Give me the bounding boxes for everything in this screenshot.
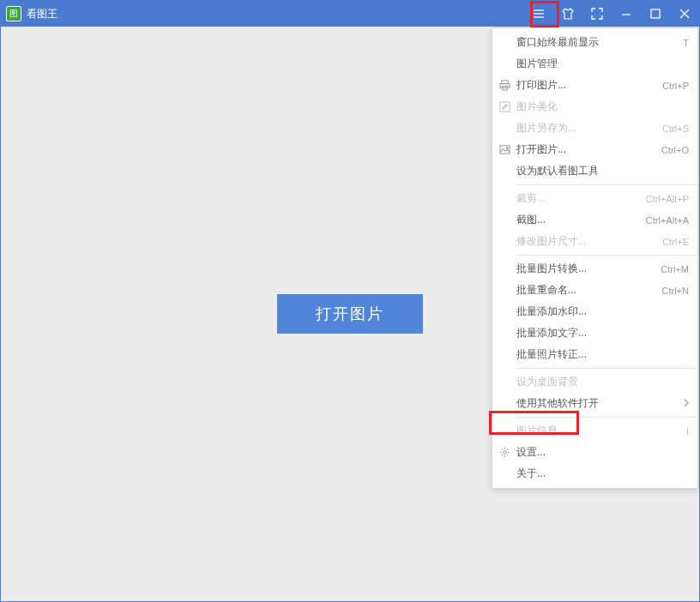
menu-shortcut: Ctrl+Alt+A bbox=[646, 215, 689, 226]
svg-point-13 bbox=[503, 451, 506, 455]
menu-item-open-image[interactable]: 打开图片... Ctrl+O bbox=[492, 139, 697, 160]
menu-item-settings[interactable]: 设置... bbox=[492, 442, 697, 463]
menu-separator bbox=[516, 368, 697, 369]
menu-item-batch-rename[interactable]: 批量重命名... Ctrl+N bbox=[492, 280, 697, 301]
menu-item-screenshot[interactable]: 截图... Ctrl+Alt+A bbox=[492, 209, 697, 231]
edit-icon bbox=[492, 101, 516, 112]
menu-label: 图片美化 bbox=[516, 99, 689, 114]
menu-label: 图片信息... bbox=[516, 424, 686, 438]
menu-item-batch-rotate[interactable]: 批量照片转正... bbox=[492, 344, 697, 365]
main-menu-button[interactable] bbox=[524, 1, 553, 27]
menu-item-print[interactable]: 打印图片... Ctrl+P bbox=[492, 75, 697, 96]
menu-item-beautify: 图片美化 bbox=[492, 96, 697, 117]
menu-label: 打印图片... bbox=[516, 78, 662, 93]
chevron-right-icon bbox=[684, 399, 689, 409]
menu-item-batch-text[interactable]: 批量添加文字... bbox=[492, 322, 697, 344]
hamburger-icon bbox=[533, 8, 545, 20]
svg-rect-10 bbox=[499, 102, 509, 111]
menu-label: 修改图片尺寸... bbox=[516, 234, 662, 249]
menu-item-always-on-top[interactable]: 窗口始终最前显示 T bbox=[492, 32, 697, 53]
menu-separator bbox=[516, 184, 697, 185]
app-title: 看图王 bbox=[27, 7, 57, 21]
maximize-icon bbox=[649, 8, 661, 20]
menu-label: 批量照片转正... bbox=[516, 347, 689, 362]
menu-shortcut: T bbox=[683, 38, 689, 48]
menu-item-save-as: 图片另存为... Ctrl+S bbox=[492, 117, 697, 139]
print-icon bbox=[492, 80, 516, 91]
menu-item-image-info: 图片信息... I bbox=[492, 420, 697, 442]
close-icon bbox=[679, 8, 691, 20]
svg-rect-4 bbox=[651, 9, 660, 18]
fullscreen-button[interactable] bbox=[582, 1, 612, 27]
menu-label: 图片另存为... bbox=[516, 121, 662, 135]
menu-item-crop: 裁剪... Ctrl+Alt+P bbox=[492, 188, 697, 209]
menu-label: 设置... bbox=[516, 445, 689, 460]
menu-item-set-wallpaper: 设为桌面背景 bbox=[492, 371, 697, 393]
maximize-button[interactable] bbox=[641, 1, 670, 27]
menu-shortcut: Ctrl+N bbox=[662, 286, 689, 296]
menu-label: 批量重命名... bbox=[516, 283, 662, 298]
main-menu-dropdown: 窗口始终最前显示 T 图片管理 打印图片... Ctrl+P 图片美化 图片另存… bbox=[492, 27, 698, 489]
menu-item-about[interactable]: 关于... bbox=[492, 463, 697, 485]
menu-item-open-with[interactable]: 使用其他软件打开 bbox=[492, 393, 697, 414]
menu-separator bbox=[516, 417, 697, 418]
app-window: 图 看图王 bbox=[0, 0, 700, 602]
menu-item-set-default-viewer[interactable]: 设为默认看图工具 bbox=[492, 160, 697, 182]
menu-label: 批量添加文字... bbox=[516, 326, 689, 340]
svg-rect-7 bbox=[501, 81, 507, 84]
app-logo-icon: 图 bbox=[6, 6, 21, 21]
menu-label: 批量添加水印... bbox=[516, 304, 689, 319]
svg-rect-11 bbox=[499, 146, 509, 154]
menu-shortcut: Ctrl+Alt+P bbox=[646, 194, 689, 204]
svg-point-12 bbox=[506, 147, 508, 149]
menu-item-resize: 修改图片尺寸... Ctrl+E bbox=[492, 231, 697, 252]
menu-separator bbox=[516, 255, 697, 256]
minimize-icon bbox=[620, 8, 632, 20]
skin-button[interactable] bbox=[553, 1, 582, 27]
menu-label: 设为默认看图工具 bbox=[516, 164, 689, 178]
titlebar: 图 看图王 bbox=[1, 1, 699, 27]
menu-shortcut: Ctrl+E bbox=[662, 237, 689, 247]
menu-label: 裁剪... bbox=[516, 191, 646, 206]
menu-label: 使用其他软件打开 bbox=[516, 396, 684, 411]
menu-label: 窗口始终最前显示 bbox=[516, 35, 683, 50]
menu-label: 设为桌面背景 bbox=[516, 375, 689, 389]
menu-shortcut: Ctrl+O bbox=[661, 145, 689, 155]
menu-shortcut: Ctrl+P bbox=[662, 81, 689, 91]
menu-item-image-manage[interactable]: 图片管理 bbox=[492, 53, 697, 75]
menu-label: 图片管理 bbox=[516, 57, 689, 71]
fullscreen-icon bbox=[591, 8, 603, 20]
menu-label: 批量图片转换... bbox=[516, 262, 661, 276]
menu-label: 打开图片... bbox=[516, 142, 661, 157]
gear-icon bbox=[492, 447, 516, 458]
image-icon bbox=[492, 144, 516, 155]
menu-label: 关于... bbox=[516, 467, 689, 481]
menu-item-batch-watermark[interactable]: 批量添加水印... bbox=[492, 301, 697, 322]
menu-shortcut: Ctrl+S bbox=[662, 123, 689, 134]
shirt-icon bbox=[561, 7, 575, 21]
menu-shortcut: Ctrl+M bbox=[661, 264, 689, 274]
menu-shortcut: I bbox=[686, 426, 689, 436]
open-image-button[interactable]: 打开图片 bbox=[277, 294, 423, 334]
minimize-button[interactable] bbox=[612, 1, 641, 27]
close-button[interactable] bbox=[670, 1, 699, 27]
menu-item-batch-convert[interactable]: 批量图片转换... Ctrl+M bbox=[492, 258, 697, 280]
menu-label: 截图... bbox=[516, 213, 646, 227]
